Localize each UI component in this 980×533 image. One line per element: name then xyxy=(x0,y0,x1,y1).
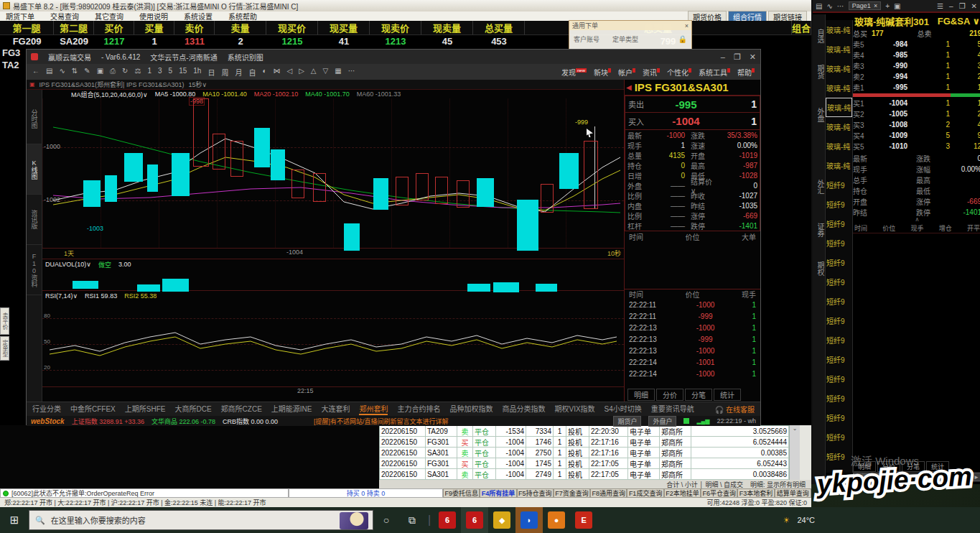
fill-row[interactable]: 202206150 SA301 卖 平仓 -1004 2750 1 投机 22:… xyxy=(380,448,789,458)
cortana-icon[interactable]: ○ xyxy=(373,507,399,533)
column-header[interactable]: 卖价 xyxy=(174,21,215,34)
depth-buy-row[interactable]: 买3 -1008 2 4 xyxy=(853,119,980,130)
weather-icon[interactable]: ☀ xyxy=(783,516,790,525)
query-button[interactable]: F7资金查询 xyxy=(554,488,590,498)
toolbar-icon[interactable]: ⇅ xyxy=(72,67,78,78)
toolbar-icon[interactable]: 日 xyxy=(207,67,215,78)
instrument-item[interactable]: 短纤9 xyxy=(826,311,852,330)
rsi-value[interactable]: RSI1 59.83 xyxy=(85,292,117,300)
column-header[interactable]: 现卖价 xyxy=(370,21,421,34)
menu-item[interactable]: 其它查询 xyxy=(95,11,123,22)
instrument-item[interactable]: 短纤9 xyxy=(826,253,852,272)
depth-buy-row[interactable]: 买5 -1010 3 12 xyxy=(853,141,980,152)
collapse-caret-icon[interactable]: ∧ xyxy=(853,218,980,223)
fill-row[interactable]: 202206150 SA301 卖 平仓 -1004 2749 1 投机 22:… xyxy=(380,469,789,480)
exchange-nav-item[interactable]: 中金所CFFEX xyxy=(70,403,116,415)
more-icon[interactable]: ⋯ xyxy=(837,2,844,10)
column-header[interactable]: 卖量 xyxy=(215,21,266,34)
tick-tab[interactable]: 分笔 xyxy=(685,389,712,401)
list-icon[interactable]: ☰ xyxy=(937,2,943,10)
minimize-icon[interactable]: – xyxy=(721,52,725,62)
query-button[interactable]: F4所有挂单 xyxy=(480,488,516,498)
instrument-code-selector[interactable]: FG&SA ∨ xyxy=(938,16,980,27)
toolbar-link[interactable]: 发现new xyxy=(561,67,587,78)
toolbar-icon[interactable]: ∿ xyxy=(59,67,65,78)
depth-sell-row[interactable]: 卖3 -990 1 3 xyxy=(853,60,980,71)
toolbar-link[interactable]: 帮助 xyxy=(737,67,755,78)
instrument-item[interactable]: 短纤9 xyxy=(826,447,852,466)
exchange-nav-item[interactable]: 重要资讯导航 xyxy=(651,403,694,415)
column-header[interactable]: 总买量 xyxy=(473,21,525,34)
toolbar-icon[interactable]: △ xyxy=(311,67,317,78)
candle-chart[interactable]: -1000 -1002 -998 -1003 -999 xyxy=(42,98,624,249)
toolbar-icon[interactable]: 15 xyxy=(179,67,187,78)
search-input[interactable]: 🔍 在这里输入你要搜索的内容 xyxy=(29,510,373,530)
toolbar-icon[interactable]: 5 xyxy=(169,67,173,78)
toolbar-icon[interactable]: ✎ xyxy=(84,67,90,78)
fill-row[interactable]: 202206150 FG301 买 平仓 -1004 1745 1 投机 22:… xyxy=(380,458,789,469)
task-view-icon[interactable]: ⧉ xyxy=(399,507,425,533)
fill-row[interactable]: 202206150 FG301 买 平仓 -1004 1746 1 投机 22:… xyxy=(380,437,789,448)
query-button[interactable]: F5持仓查询 xyxy=(517,488,554,498)
instrument-item[interactable]: 短纤9 xyxy=(826,175,852,195)
instrument-item[interactable]: 玻璃-纯 xyxy=(826,98,852,117)
futures-account-button[interactable]: 期货户 xyxy=(613,416,641,427)
maximize-icon[interactable]: ❐ xyxy=(959,2,966,10)
table-scrollbar[interactable]: ⌄ xyxy=(790,425,800,480)
side-panel-stub[interactable]: 定单型 xyxy=(0,336,9,361)
category-tab[interactable]: 外盘 xyxy=(813,108,826,122)
instrument-item[interactable]: 玻璃-纯 xyxy=(826,156,852,175)
toolbar-icon[interactable]: 自 xyxy=(248,67,256,78)
depth-buy-row[interactable]: 买1 -1004 1 1 xyxy=(853,98,980,108)
depth-buy-row[interactable]: 买2 -1005 1 2 xyxy=(853,108,980,119)
query-button[interactable]: F3本地套利 xyxy=(737,488,774,498)
start-button[interactable]: ⊞ xyxy=(0,514,29,527)
tab-f10[interactable]: F10资料 xyxy=(27,245,42,295)
side-panel-stub[interactable]: 卖平价 xyxy=(0,307,9,335)
instrument-item[interactable]: 短纤9 xyxy=(826,369,852,389)
wenhua-index[interactable]: 文华商品 222.06 -0.78 xyxy=(151,417,215,426)
instrument-item[interactable]: 短纤9 xyxy=(826,389,852,408)
volume-value[interactable]: DUALVOL(10)∨ xyxy=(45,261,91,268)
taskbar-app-icon[interactable]: ◗ xyxy=(515,507,543,533)
period-selector[interactable]: 15秒∨ xyxy=(189,80,207,89)
menu-item[interactable]: 交易查询 xyxy=(50,11,79,22)
instrument-item[interactable]: 短纤9 xyxy=(826,330,852,350)
overseas-account-button[interactable]: 外盘户 xyxy=(648,416,676,427)
exchange-nav-item[interactable]: 郑商所CZCE xyxy=(221,403,262,415)
zoom-out-label[interactable]: 1天 xyxy=(64,249,74,258)
tick-row[interactable]: 22:22:13 -999 1 xyxy=(625,333,760,345)
instrument-item[interactable]: 短纤9 xyxy=(826,272,852,292)
online-service-link[interactable]: 🎧 在线客服 xyxy=(715,404,755,414)
toolbar-icon[interactable]: ▷ xyxy=(299,67,304,78)
query-button[interactable]: F8通用查询 xyxy=(590,488,627,498)
tick-row[interactable]: 22:22:11 -1000 1 xyxy=(625,299,760,310)
grid-view-icon[interactable]: ▤ xyxy=(816,2,822,10)
main-chart-area[interactable]: MA组合(5,10,20,40,60,0)∨MA5 -1000.80MA10 -… xyxy=(42,90,624,402)
depth-sell-row[interactable]: 卖2 -994 1 2 xyxy=(853,71,980,82)
toolbar-link[interactable]: 资讯 xyxy=(643,67,660,78)
menu-item[interactable]: 期货下单 xyxy=(6,11,34,22)
toolbar-icon[interactable]: 1h xyxy=(193,67,201,78)
crb-index[interactable]: CRB指数 0.00 0.00 xyxy=(223,417,278,426)
exchange-nav-item[interactable]: 大连套利 xyxy=(321,403,350,415)
toolbar-icon[interactable]: ⚖ xyxy=(134,67,141,78)
exchange-nav-item[interactable]: S4小时切换 xyxy=(605,403,642,415)
instrument-item[interactable]: 玻璃-纯 xyxy=(826,20,852,40)
tick-row[interactable]: 22:22:11 -999 1 xyxy=(625,310,760,322)
toolbar-icon[interactable]: ↻ xyxy=(122,67,128,78)
instrument-item[interactable]: 玻璃-纯 xyxy=(826,117,852,136)
taskbar-app-icon[interactable]: 6 xyxy=(434,507,461,533)
instrument-item[interactable]: 玻璃-纯 xyxy=(826,40,852,59)
instrument-item[interactable]: 短纤9 xyxy=(826,350,852,369)
tick-row[interactable]: 22:22:14 -1000 1 xyxy=(625,368,760,379)
column-header[interactable]: 买量 xyxy=(134,21,174,34)
instrument-item[interactable]: 短纤9 xyxy=(826,292,852,311)
column-header[interactable]: 现买价 xyxy=(266,21,318,34)
instrument-item[interactable]: 玻璃-纯 xyxy=(826,78,852,98)
query-button[interactable]: 结算单查询 xyxy=(775,488,811,498)
toolbar-icon[interactable]: ◐ xyxy=(262,67,266,78)
instrument-item[interactable]: 短纤9 xyxy=(826,195,852,214)
toolbar-icon[interactable]: ⋈ xyxy=(273,67,280,78)
taskbar-app-icon[interactable]: E xyxy=(570,507,597,533)
